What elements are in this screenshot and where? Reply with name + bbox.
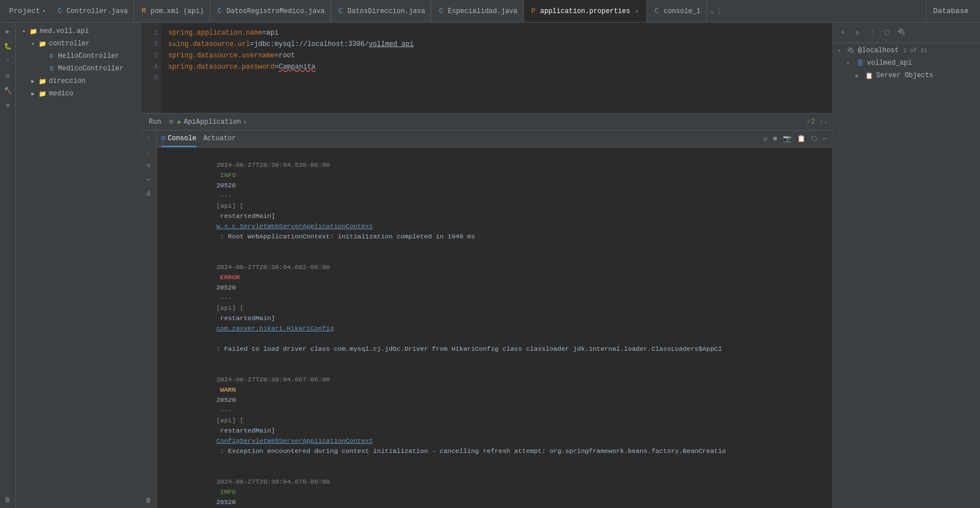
db-item-vollmed[interactable]: ▾ 🗄 vollmed_api — [833, 57, 980, 69]
tree-arrow-0: ▾ — [20, 28, 27, 35]
console-trash-icon[interactable]: 🗑 — [143, 494, 155, 506]
tree-item-2[interactable]: CHelloController — [16, 50, 140, 62]
git-icon[interactable]: ⑂ — [2, 54, 14, 67]
db-toolbar: + ↻ ↑ ⬡ 🔌 — [833, 23, 980, 43]
tree-icon-2: C — [47, 52, 56, 61]
console-up-icon[interactable]: ↑ — [143, 133, 155, 144]
tree-arrow-3 — [39, 65, 45, 72]
tab-datos_dir[interactable]: CDatosDireccion.java — [331, 0, 432, 22]
console-tab-icons: ↺ ■ 📷 📋 ⬡ ⋯ — [762, 133, 828, 144]
debug-icon[interactable]: 🐛 — [2, 40, 14, 52]
build-icon[interactable]: 🔨 — [2, 84, 14, 96]
settings-icon[interactable]: ⚙ — [2, 99, 14, 111]
tree-arrow-5: ▶ — [30, 90, 36, 97]
console-output[interactable]: 2024-06-27T20:30:04.530-06:00 INFO 20520… — [157, 148, 832, 508]
code-line-1: spring.application.name=api — [168, 27, 825, 39]
project-menu[interactable]: Project ▾ — [5, 5, 50, 18]
tree-label-1: controller — [49, 40, 90, 48]
console-tabs: ⊡ Console Actuator ↺ ■ 📷 📋 ⬡ ⋯ — [157, 131, 832, 148]
tree-icon-0: 📁 — [29, 27, 38, 36]
run-icon[interactable]: ▶ — [2, 25, 14, 37]
code-line-4: spring.datasource.password=Campanita — [168, 61, 825, 73]
tab-icon-datos_dir: C — [337, 7, 345, 15]
tab-label-pom: pom.xml (api) — [151, 7, 204, 15]
tab-label-datos_dir: DatosDireccion.java — [348, 7, 426, 15]
tab-console1[interactable]: Cconsole_1 — [647, 0, 707, 22]
db-connect-icon[interactable]: 🔌 — [895, 27, 908, 39]
database-panel: + ↻ ↑ ⬡ 🔌 ▾ 🔌 @localhost 1 of 11 ▾ 🗄 vol… — [832, 23, 980, 508]
tab-controller[interactable]: CController.java — [50, 0, 134, 22]
console-sidebar: ↑ ↓ ≡ ↩ 🖨 🗑 — [141, 131, 157, 508]
tab-overflow[interactable]: ⌄⋮ — [707, 7, 725, 15]
top-bar: Project ▾ CController.javaMpom.xml (api)… — [0, 0, 980, 23]
tree-arrow-1: ▾ — [30, 40, 36, 47]
left-side-icons: ▶ 🐛 ⑂ ⊡ 🔨 ⚙ 🗑 — [0, 23, 16, 508]
api-application-tab[interactable]: ▶ ApiApplication ✕ — [178, 118, 247, 126]
log-line-2: 2024-06-27T20:30:04.662-06:00 ERROR 2052… — [161, 252, 828, 364]
run-close-icon[interactable]: ✕ — [243, 119, 247, 125]
code-line-5 — [168, 73, 825, 84]
code-lines[interactable]: spring.application.name=api s⚠ing.dataso… — [161, 23, 832, 113]
tree-icon-3: C — [47, 64, 56, 73]
tab-app_props[interactable]: Papplication.properties✕ — [524, 0, 647, 22]
tree-item-5[interactable]: ▶📁medico — [16, 87, 140, 100]
db-up-icon[interactable]: ↑ — [866, 27, 878, 39]
project-label: Project — [9, 7, 40, 15]
copy-icon[interactable]: 📋 — [796, 133, 807, 144]
console-area: ↑ ↓ ≡ ↩ 🖨 🗑 ⊡ Console Actu — [141, 131, 832, 508]
code-line-3: spring.datasource.username=root — [168, 50, 825, 61]
console-wrap-icon[interactable]: ↩ — [143, 174, 155, 185]
console-main: ⊡ Console Actuator ↺ ■ 📷 📋 ⬡ ⋯ — [157, 131, 832, 508]
bottom-section: Run ⚙ ▶ ApiApplication ✕ ✓2 ↑↓ ↑ ↓ ≡ ↩ — [141, 114, 832, 508]
tab-label-controller: Controller.java — [66, 7, 128, 15]
database-panel-header: Database — [926, 0, 975, 22]
more-icon[interactable]: ⋯ — [821, 133, 828, 144]
tab-label-console1: console_1 — [664, 7, 700, 15]
db-refresh-icon[interactable]: ↻ — [851, 27, 864, 39]
console-tab-actuator[interactable]: Actuator — [203, 131, 236, 147]
tree-icon-4: 📁 — [38, 77, 47, 86]
tab-especialidad[interactable]: CEspecialidad.java — [431, 0, 523, 22]
tree-label-5: medico — [49, 90, 73, 98]
tree-label-2: HelloController — [58, 52, 119, 60]
tab-close-app_props[interactable]: ✕ — [633, 7, 641, 15]
stop-icon[interactable]: ■ — [772, 134, 778, 144]
db-schema-icon[interactable]: ⬡ — [881, 27, 893, 39]
tree-icon-1: 📁 — [38, 39, 47, 48]
tab-label-especialidad: Especialidad.java — [448, 7, 517, 15]
console-filter-icon[interactable]: ≡ — [143, 160, 155, 171]
tab-icon-controller: C — [56, 7, 64, 15]
tab-icon-console1: C — [653, 7, 661, 15]
tab-icon-app_props: P — [529, 7, 537, 15]
tree-item-3[interactable]: CMedicoController — [16, 62, 140, 75]
tree-label-4: direccion — [49, 77, 86, 85]
tab-pom[interactable]: Mpom.xml (api) — [134, 0, 210, 22]
run-tab[interactable]: Run — [145, 116, 165, 128]
project-dropdown-icon: ▾ — [43, 8, 45, 14]
tab-datos_registro[interactable]: CDatosRegistroMedico.java — [210, 0, 331, 22]
tree-item-0[interactable]: ▾📁med.voll.api — [16, 25, 140, 37]
db-tree: ▾ 🔌 @localhost 1 of 11 ▾ 🗄 vollmed_api ▶… — [833, 43, 980, 508]
scroll-arrows[interactable]: ↑↓ — [820, 118, 828, 126]
terminal-icon[interactable]: ⊡ — [2, 69, 14, 82]
refresh-icon[interactable]: ↺ — [762, 133, 768, 144]
log-line-3: 2024-06-27T20:30:04.667-06:00 WARN 20520… — [161, 364, 828, 467]
settings2-icon[interactable]: ⬡ — [810, 133, 818, 144]
console-tab-console[interactable]: ⊡ Console — [161, 131, 197, 147]
line-numbers: 1 2 3 4 5 — [141, 23, 161, 113]
db-add-icon[interactable]: + — [836, 27, 849, 39]
tabs-container: CController.javaMpom.xml (api)CDatosRegi… — [50, 0, 926, 22]
screenshot-icon[interactable]: 📷 — [782, 133, 793, 144]
console-print-icon[interactable]: 🖨 — [143, 187, 155, 199]
console-down-icon[interactable]: ↓ — [143, 146, 155, 158]
tree-label-0: med.voll.api — [40, 27, 89, 35]
tab-icon-pom: M — [140, 7, 148, 15]
db-item-localhost[interactable]: ▾ 🔌 @localhost 1 of 11 — [833, 44, 980, 57]
db-item-server-objects[interactable]: ▶ 📋 Server Objects — [833, 69, 980, 82]
run-bar: Run ⚙ ▶ ApiApplication ✕ ✓2 ↑↓ — [141, 114, 832, 131]
trash-icon[interactable]: 🗑 — [2, 493, 14, 506]
tree-item-1[interactable]: ▾📁controller — [16, 37, 140, 50]
tree-arrow-2 — [39, 53, 45, 60]
tree-item-4[interactable]: ▶📁direccion — [16, 75, 140, 87]
tab-label-app_props: application.properties — [540, 7, 630, 15]
